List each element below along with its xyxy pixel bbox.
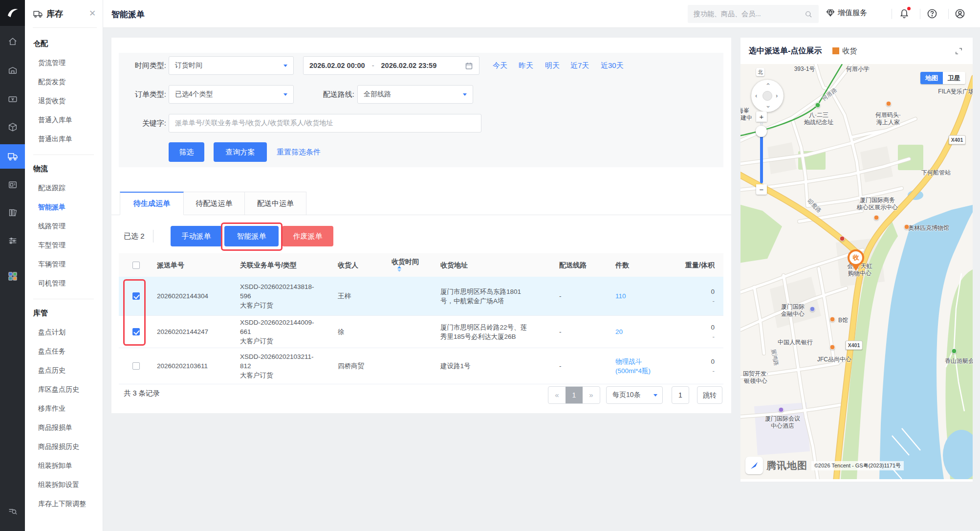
collapse-search-icon[interactable]	[0, 500, 25, 522]
sort-asc-icon[interactable]	[397, 266, 401, 268]
zoom-handle[interactable]	[756, 126, 767, 137]
satellite-mode-button[interactable]: 卫星	[943, 72, 965, 84]
sort-desc-icon[interactable]	[397, 269, 401, 272]
sidebar-item[interactable]: 普通入库单	[25, 111, 103, 130]
col-receive-time[interactable]: 收货时间	[388, 258, 436, 272]
table-row[interactable]: 20260202103611 XSDD-20260202103211-812大客…	[119, 348, 723, 384]
prev-page-button[interactable]: «	[548, 387, 566, 403]
finance-icon[interactable]	[0, 88, 25, 110]
user-avatar-icon[interactable]	[954, 8, 967, 21]
sidebar-item[interactable]: 商品报损历史	[25, 437, 103, 456]
sidebar-item[interactable]: 盘点计划	[25, 323, 103, 342]
sidebar-item[interactable]: 移库作业	[25, 399, 103, 418]
order-type-select[interactable]: 已选4个类型	[169, 85, 294, 104]
qty-link[interactable]: 110	[615, 291, 683, 301]
route-select[interactable]: 全部线路	[357, 85, 473, 104]
next-page-button[interactable]: »	[583, 387, 600, 403]
sidebar-item[interactable]: 智能派单	[25, 198, 103, 217]
sidebar-item[interactable]: 退货收货	[25, 91, 103, 111]
quick-date-link[interactable]: 近7天	[570, 56, 589, 75]
home-icon[interactable]	[0, 31, 25, 52]
sidebar-item[interactable]: 库区盘点历史	[25, 380, 103, 399]
qty-link[interactable]: 物理战斗	[615, 357, 683, 366]
select-all-checkbox[interactable]	[132, 262, 140, 269]
storage-icon[interactable]	[0, 60, 25, 82]
map[interactable]: 393-1号何厝小学FILA斐乐广场何厝路八·二三 炮战纪念址何厝码头· 海上人…	[740, 64, 973, 479]
pan-up-icon[interactable]: ⌃	[765, 83, 771, 89]
zoom-out-button[interactable]: −	[756, 184, 767, 195]
keyword-input[interactable]: 派单单号/关联业务单号/收货人/收货联系人/收货地址	[169, 114, 481, 133]
pan-right-icon[interactable]: ›	[776, 93, 778, 99]
attribution-brand: 腾讯地图	[766, 459, 807, 472]
sidebar-section-label: 库管	[25, 303, 103, 323]
sidebar-item[interactable]: 组装拆卸设置	[25, 475, 103, 494]
sidebar-item[interactable]: 组装拆卸单	[25, 456, 103, 475]
sidebar-item[interactable]: 盘点任务	[25, 342, 103, 361]
quick-date-link[interactable]: 今天	[493, 56, 507, 75]
truck-icon	[33, 9, 43, 19]
sidebar-item[interactable]: 线路管理	[25, 217, 103, 236]
package-icon[interactable]	[0, 116, 25, 138]
reset-filters-link[interactable]: 重置筛选条件	[277, 142, 321, 162]
tab-2[interactable]: 配送中运单	[245, 192, 306, 215]
sidebar-item[interactable]: 车型管理	[25, 236, 103, 255]
quick-date-link[interactable]: 明天	[545, 56, 560, 75]
table-header: 派送单号 关联业务单号/类型 收货人 收货时间 收货地址 配送线路 件数 重量/…	[119, 253, 723, 277]
expand-icon[interactable]	[955, 47, 963, 55]
close-icon[interactable]: ✕	[88, 9, 97, 18]
row-checkbox[interactable]	[132, 328, 140, 335]
zoom-in-button[interactable]: +	[756, 111, 767, 122]
value-added-services-button[interactable]: 增值服务	[826, 8, 867, 18]
qty-link[interactable]: (500ml*4瓶)	[615, 366, 683, 376]
tab-1[interactable]: 待配送运单	[184, 192, 245, 215]
row-checkbox[interactable]	[132, 292, 140, 300]
date-range-picker[interactable]: 2026.02.02 00:00 - 2026.02.02 23:59	[303, 56, 479, 75]
sidebar-item[interactable]: 库存上下限调整	[25, 494, 103, 513]
sidebar-item[interactable]: 普通出库单	[25, 130, 103, 149]
apps-icon[interactable]	[0, 266, 25, 287]
sidebar-item[interactable]: 配货发货	[25, 72, 103, 91]
cell-order-no: 20260202103611	[153, 361, 236, 371]
page-size-select[interactable]: 每页10条	[606, 386, 663, 404]
help-icon[interactable]	[926, 8, 939, 21]
tab-0[interactable]: 待生成运单	[120, 192, 184, 215]
table-row[interactable]: 20260202144247 XSDD-20260202144009-661大客…	[119, 316, 723, 348]
quick-date-link[interactable]: 昨天	[519, 56, 533, 75]
map-pan-control[interactable]: ⌃ ⌄ ‹ ›	[751, 80, 784, 112]
smart-dispatch-button[interactable]: 智能派单	[224, 226, 279, 246]
pan-down-icon[interactable]: ⌄	[765, 103, 771, 109]
date-separator: -	[372, 62, 374, 69]
sidebar-item[interactable]: 配送跟踪	[25, 178, 103, 198]
map-label: 中国人民银行	[778, 339, 813, 346]
logistics-icon-active[interactable]	[0, 144, 25, 169]
terminal-icon[interactable]	[0, 174, 25, 196]
sidebar-item[interactable]: 司机管理	[25, 274, 103, 293]
archive-icon[interactable]	[0, 202, 25, 223]
time-type-select[interactable]: 订货时间	[169, 56, 294, 75]
receive-pin[interactable]: 收	[848, 249, 864, 266]
jump-button[interactable]: 跳转	[697, 386, 722, 404]
notification-bell-icon[interactable]	[898, 8, 911, 21]
pan-left-icon[interactable]: ‹	[755, 93, 757, 99]
manual-dispatch-button[interactable]: 手动派单	[171, 226, 222, 246]
quick-date-link[interactable]: 近30天	[601, 56, 624, 75]
jump-page-input[interactable]: 1	[672, 386, 689, 404]
sidebar-item[interactable]: 盘点历史	[25, 361, 103, 380]
sidebar-item[interactable]: 商品报损单	[25, 418, 103, 437]
brand-logo[interactable]	[0, 0, 25, 26]
pan-knob[interactable]	[762, 91, 772, 101]
zoom-track[interactable]	[760, 123, 763, 183]
query-plan-button[interactable]: 查询方案	[214, 142, 267, 162]
row-checkbox[interactable]	[132, 362, 140, 370]
sidebar-item[interactable]: 车辆管理	[25, 255, 103, 274]
void-dispatch-button[interactable]: 作废派单	[282, 226, 333, 246]
table-row[interactable]: 20260202144304 XSDD-20260202143818-596大客…	[119, 277, 723, 316]
global-search-input[interactable]: 搜功能、商品、会员...	[688, 5, 819, 23]
page-1-button[interactable]: 1	[566, 387, 583, 403]
filter-button[interactable]: 筛选	[169, 142, 204, 162]
sliders-icon[interactable]	[0, 230, 25, 251]
sidebar-item[interactable]: 货流管理	[25, 53, 103, 72]
qty-link[interactable]: 20	[615, 327, 683, 336]
content: 时间类型: 订货时间 2026.02.02 00:00 - 2026.02.02…	[103, 28, 980, 531]
map-mode-button[interactable]: 地图	[920, 72, 943, 84]
